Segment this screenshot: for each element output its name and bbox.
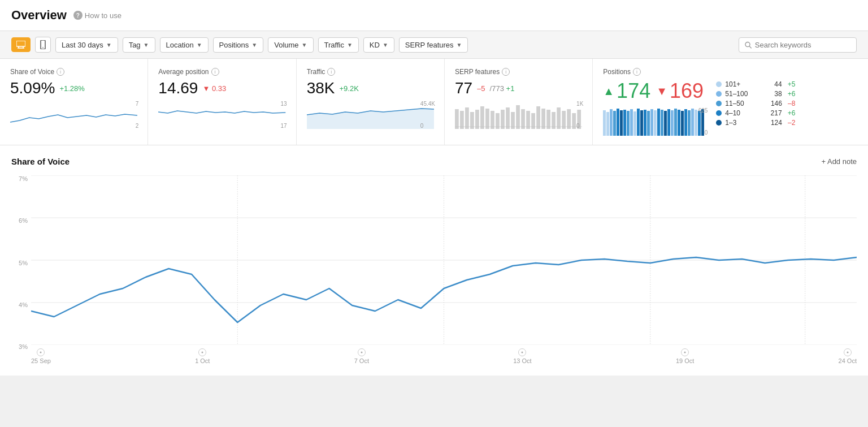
svg-point-76 [361,352,362,353]
x-gear-7oct[interactable] [358,348,366,356]
serp-info-icon[interactable]: i [502,68,510,76]
traffic-info-icon[interactable]: i [327,68,335,76]
main-chart-svg [31,175,857,345]
svg-rect-13 [475,110,479,129]
search-icon [745,41,752,49]
svg-rect-37 [610,109,613,136]
positions-main: ▲ 174 ▼ 169 [603,79,705,136]
svg-rect-9 [455,109,459,129]
legend-label-13: 1–3 [725,119,736,127]
add-note-button[interactable]: + Add note [821,157,857,166]
positions-button[interactable]: Positions ▼ [213,37,264,53]
traffic-mini-chart: 45.4K 0 [307,101,434,129]
legend-change-1150: –8 [788,100,795,107]
location-button[interactable]: Location ▼ [160,37,209,53]
svg-rect-15 [485,109,489,129]
serp-total: /773 +1 [490,84,515,93]
kd-button[interactable]: KD ▼ [363,37,394,53]
x-label-13oct: 13 Oct [513,348,531,364]
tag-button[interactable]: Tag ▼ [123,37,155,53]
desktop-view-button[interactable] [11,37,31,52]
sov-info-icon[interactable]: i [57,68,64,76]
traffic-value: 38K +9.2K [307,79,434,97]
svg-rect-42 [627,111,630,136]
svg-rect-14 [480,106,484,129]
svg-rect-35 [603,110,606,136]
svg-rect-16 [491,111,494,129]
x-label-24oct: 24 Oct [839,348,857,364]
tag-label: Tag [129,41,141,49]
svg-rect-27 [546,110,550,129]
svg-point-6 [745,42,750,46]
svg-line-7 [749,46,752,48]
positions-y-top: 625 [698,107,708,114]
svg-rect-29 [557,107,561,129]
x-label-1oct: 1 Oct [195,348,210,364]
svg-rect-10 [460,111,464,129]
legend-count-13: 124 [760,119,782,127]
svg-rect-19 [506,107,510,129]
svg-rect-38 [613,111,616,136]
traffic-y-axis: 45.4K 0 [420,101,435,129]
location-label: Location [166,41,194,49]
svg-rect-54 [667,109,670,136]
legend-item-51100: 51–100 38 +6 [716,90,795,98]
y-label-4: 4% [11,301,28,308]
x-gear-19oct[interactable] [681,348,689,356]
svg-rect-61 [691,109,694,136]
serp-features-button[interactable]: SERP features ▼ [399,37,468,53]
x-gear-13oct[interactable] [518,348,526,356]
page-title: Overview [11,8,67,23]
x-gear-25sep[interactable] [37,348,45,356]
sov-change: +1.28% [59,84,84,93]
x-gear-24oct[interactable] [844,348,852,356]
legend-item-101plus: 101+ 44 +5 [716,80,795,88]
svg-rect-25 [536,106,540,129]
serp-y-axis: 1K 0 [576,101,583,129]
legend-label-51100: 51–100 [725,90,748,98]
kd-chevron: ▼ [383,42,388,48]
svg-rect-63 [698,111,701,136]
svg-rect-11 [465,107,469,129]
positions-big-values: ▲ 174 ▼ 169 [603,79,705,103]
svg-point-75 [202,352,203,353]
avgpos-y-axis: 13 17 [281,101,287,129]
volume-label: Volume [274,41,298,49]
svg-rect-55 [671,110,674,136]
search-container[interactable] [739,37,857,53]
svg-rect-20 [511,112,515,129]
avgpos-change: ▼ 0.33 [202,84,226,93]
mobile-view-button[interactable] [35,37,51,53]
y-label-6: 6% [11,217,28,224]
traffic-button[interactable]: Traffic ▼ [318,37,359,53]
avgpos-mini-chart: 13 17 [158,101,285,129]
last30days-button[interactable]: Last 30 days ▼ [55,37,118,53]
how-to-use-label: How to use [85,11,121,20]
svg-rect-41 [623,110,626,136]
x-gear-1oct[interactable] [198,348,206,356]
volume-button[interactable]: Volume ▼ [268,37,313,53]
serp-mini-chart: 1K 0 [455,101,582,129]
avgpos-info-icon[interactable]: i [211,68,219,76]
svg-rect-46 [640,110,643,136]
sov-mini-chart: 7 2 [10,101,137,129]
positions-up-value: 174 [617,79,650,103]
svg-rect-51 [657,109,660,136]
page-header: Overview ? How to use [0,0,868,31]
positions-info-icon[interactable]: i [633,68,641,76]
traffic-change: +9.2K [339,84,358,93]
how-to-use-link[interactable]: ? How to use [73,11,121,20]
svg-rect-48 [647,111,650,136]
svg-rect-0 [16,41,25,46]
traffic-label-text: Traffic i [307,68,434,76]
serp-value: 77 –5 /773 +1 [455,79,582,97]
svg-rect-53 [664,111,667,136]
positions-label: Positions [219,41,249,49]
legend-label-101plus: 101+ [725,80,740,88]
serp-label: SERP features i [455,68,582,76]
last30days-label: Last 30 days [62,41,103,49]
svg-point-79 [847,352,848,353]
svg-rect-26 [541,109,545,129]
positions-card: Positions i ▲ 174 ▼ 169 [593,59,868,145]
search-input[interactable] [755,41,850,49]
